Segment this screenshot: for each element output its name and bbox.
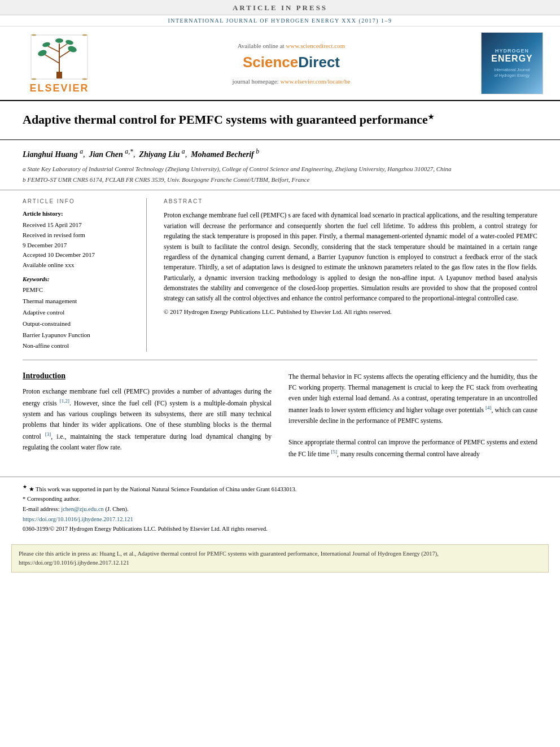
svg-point-6 <box>37 49 47 58</box>
ref-5: [5] <box>331 449 337 455</box>
svg-point-10 <box>55 38 63 43</box>
ref-3: [3] <box>45 431 51 437</box>
journal-name-text: INTERNATIONAL JOURNAL OF HYDROGEN ENERGY… <box>168 18 392 24</box>
svg-rect-0 <box>56 72 62 78</box>
author-chen: Jian Chen <box>89 150 123 158</box>
author-huang-affil: a <box>80 148 83 155</box>
journal-cover-image: HYDROGEN ENERGY International Journalof … <box>481 32 543 94</box>
journal-homepage: journal homepage: www.elsevier.com/locat… <box>233 78 351 85</box>
svg-point-7 <box>67 45 77 54</box>
svg-line-5 <box>59 43 68 49</box>
footnotes-section: ★ ★ This work was supported in part by t… <box>0 477 560 540</box>
elsevier-logo-area: ELSEVIER <box>11 32 107 94</box>
cover-hydrogen-text: HYDROGEN <box>495 48 529 54</box>
svg-line-2 <box>45 55 59 63</box>
abstract-copyright: © 2017 Hydrogen Energy Publications LLC.… <box>164 308 537 315</box>
header-center: Available online at www.sciencedirect.co… <box>107 32 475 94</box>
author-becherif: Mohamed Becherif <box>191 150 254 158</box>
author-liu: Zhiyang Liu <box>139 150 180 158</box>
revised-date: 9 December 2017 <box>23 242 67 248</box>
ref-4: [4] <box>485 405 492 410</box>
elsevier-wordmark: ELSEVIER <box>29 82 89 94</box>
article-info-column: ARTICLE INFO Article history: Received 1… <box>23 198 147 352</box>
corresponding-text: * Corresponding author. <box>23 496 80 502</box>
email-link[interactable]: jchen@zju.edu.cn <box>61 506 104 512</box>
article-dates: Received 15 April 2017 Received in revis… <box>23 220 135 270</box>
footnote-star-symbol: ★ <box>23 484 27 490</box>
authors-section: Lianghui Huang a, Jian Chen a,*, Zhiyang… <box>0 140 560 190</box>
footnote-doi: https://doi.org/10.1016/j.ijhydene.2017.… <box>23 514 537 525</box>
elsevier-logo: ELSEVIER <box>28 32 90 94</box>
doi-link[interactable]: https://doi.org/10.1016/j.ijhydene.2017.… <box>23 516 133 522</box>
abstract-text: Proton exchange membrane fuel cell (PEMF… <box>164 210 537 304</box>
abstract-column: ABSTRACT Proton exchange membrane fuel c… <box>164 198 537 352</box>
affiliation-a: a State Key Laboratory of Industrial Con… <box>23 164 537 174</box>
author-chen-affil: a,* <box>125 148 133 155</box>
svg-line-4 <box>48 46 59 52</box>
main-body: Introduction Proton exchange membrane fu… <box>0 360 560 470</box>
title-star: ★ <box>428 113 434 121</box>
received-revised-label: Received in revised form <box>23 231 85 238</box>
elsevier-tree-icon <box>28 32 90 80</box>
article-info-abstract-section: ARTICLE INFO Article history: Received 1… <box>0 190 560 360</box>
cover-decoration: International Journalof Hydrogen Energy <box>494 67 530 78</box>
author-becherif-affil: b <box>256 148 259 155</box>
authors-line: Lianghui Huang a, Jian Chen a,*, Zhiyang… <box>23 147 537 160</box>
keywords-list: PEMFCThermal managementAdaptive controlO… <box>23 285 135 352</box>
footnote-star-text: ★ This work was supported in part by the… <box>29 486 297 492</box>
keywords-label: Keywords: <box>23 276 135 282</box>
article-info-heading: ARTICLE INFO <box>23 198 135 204</box>
svg-line-3 <box>59 50 71 58</box>
email-label: E-mail address: <box>23 506 60 512</box>
cover-energy-text: ENERGY <box>491 54 533 64</box>
citation-bar: Please cite this article in press as: Hu… <box>11 544 549 573</box>
affiliation-b: b FEMTO-ST UMR CNRS 6174, FCLAB FR CNRS … <box>23 175 537 185</box>
article-title: Adaptive thermal control for PEMFC syste… <box>23 111 537 128</box>
journal-cover-area: HYDROGEN ENERGY International Journalof … <box>475 32 549 94</box>
article-in-press-text: ARTICLE IN PRESS <box>0 3 560 12</box>
introduction-left-text: Proton exchange membrane fuel cell (PEMF… <box>23 386 272 452</box>
available-online-text: Available online at www.sciencedirect.co… <box>238 42 345 49</box>
footnote-star: ★ ★ This work was supported in part by t… <box>23 483 537 494</box>
author-liu-affil: a <box>182 148 185 155</box>
sciencedirect-url-link[interactable]: www.sciencedirect.com <box>286 42 345 49</box>
footnote-corresponding: * Corresponding author. <box>23 494 537 504</box>
introduction-right-text: The thermal behavior in FC systems affec… <box>288 372 537 459</box>
header-section: ELSEVIER Available online at www.science… <box>0 27 560 101</box>
sciencedirect-brand: ScienceDirect <box>243 54 340 71</box>
author-huang: Lianghui Huang <box>23 150 78 158</box>
accepted-date: Accepted 10 December 2017 <box>23 251 95 258</box>
article-in-press-banner: ARTICLE IN PRESS <box>0 0 560 15</box>
footnote-email-line: E-mail address: jchen@zju.edu.cn (J. Che… <box>23 504 537 514</box>
received-date: Received 15 April 2017 <box>23 221 82 228</box>
body-right-column: The thermal behavior in FC systems affec… <box>288 372 537 459</box>
abstract-heading: ABSTRACT <box>164 198 537 204</box>
title-section: Adaptive thermal control for PEMFC syste… <box>0 101 560 140</box>
footnote-issn: 0360-3199/© 2017 Hydrogen Energy Publica… <box>23 524 537 534</box>
introduction-heading: Introduction <box>23 372 272 381</box>
ref-1-2: [1,2] <box>60 398 69 404</box>
article-title-text: Adaptive thermal control for PEMFC syste… <box>23 112 428 126</box>
article-history-label: Article history: <box>23 210 135 217</box>
email-person: (J. Chen). <box>105 506 128 512</box>
available-online: Available online xxx <box>23 261 74 268</box>
body-left-column: Introduction Proton exchange membrane fu… <box>23 372 272 459</box>
affiliations: a State Key Laboratory of Industrial Con… <box>23 164 537 184</box>
journal-name-bar: INTERNATIONAL JOURNAL OF HYDROGEN ENERGY… <box>0 15 560 27</box>
citation-bar-text: Please cite this article in press as: Hu… <box>19 551 439 566</box>
journal-homepage-link[interactable]: www.elsevier.com/locate/he <box>281 78 351 85</box>
